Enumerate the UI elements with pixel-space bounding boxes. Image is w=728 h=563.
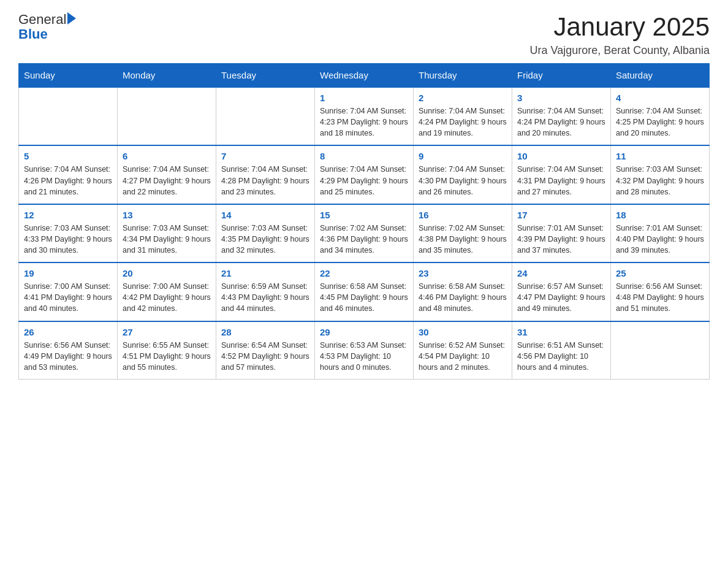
- day-info: Sunrise: 6:56 AM Sunset: 4:48 PM Dayligh…: [616, 281, 704, 314]
- calendar-day-5: 5Sunrise: 7:04 AM Sunset: 4:26 PM Daylig…: [19, 145, 118, 204]
- day-info: Sunrise: 6:51 AM Sunset: 4:56 PM Dayligh…: [517, 340, 605, 373]
- calendar-day-29: 29Sunrise: 6:53 AM Sunset: 4:53 PM Dayli…: [315, 321, 414, 380]
- day-number: 4: [616, 93, 704, 103]
- column-header-thursday: Thursday: [414, 64, 512, 88]
- calendar-day-28: 28Sunrise: 6:54 AM Sunset: 4:52 PM Dayli…: [216, 321, 315, 380]
- calendar-week-2: 5Sunrise: 7:04 AM Sunset: 4:26 PM Daylig…: [19, 145, 710, 204]
- column-header-tuesday: Tuesday: [216, 64, 315, 88]
- day-number: 20: [123, 268, 211, 278]
- day-number: 26: [24, 327, 112, 337]
- day-info: Sunrise: 6:52 AM Sunset: 4:54 PM Dayligh…: [419, 340, 507, 373]
- day-number: 7: [221, 151, 309, 161]
- day-number: 13: [123, 210, 211, 220]
- calendar-empty-cell: [611, 321, 710, 380]
- column-header-saturday: Saturday: [611, 64, 710, 88]
- calendar-day-8: 8Sunrise: 7:04 AM Sunset: 4:29 PM Daylig…: [315, 145, 414, 204]
- day-number: 8: [320, 151, 408, 161]
- day-info: Sunrise: 7:04 AM Sunset: 4:29 PM Dayligh…: [320, 164, 408, 197]
- day-number: 9: [419, 151, 507, 161]
- title-area: January 2025 Ura Vajgurore, Berat County…: [530, 12, 710, 57]
- calendar-day-4: 4Sunrise: 7:04 AM Sunset: 4:25 PM Daylig…: [611, 87, 710, 145]
- calendar-day-25: 25Sunrise: 6:56 AM Sunset: 4:48 PM Dayli…: [611, 262, 710, 321]
- calendar-day-11: 11Sunrise: 7:03 AM Sunset: 4:32 PM Dayli…: [611, 145, 710, 204]
- day-info: Sunrise: 7:04 AM Sunset: 4:27 PM Dayligh…: [123, 164, 211, 197]
- calendar-day-27: 27Sunrise: 6:55 AM Sunset: 4:51 PM Dayli…: [118, 321, 216, 380]
- day-info: Sunrise: 7:00 AM Sunset: 4:42 PM Dayligh…: [123, 281, 211, 314]
- day-number: 24: [517, 268, 605, 278]
- day-number: 31: [517, 327, 605, 337]
- day-info: Sunrise: 6:58 AM Sunset: 4:46 PM Dayligh…: [419, 281, 507, 314]
- day-number: 25: [616, 268, 704, 278]
- calendar-day-15: 15Sunrise: 7:02 AM Sunset: 4:36 PM Dayli…: [315, 204, 414, 262]
- day-info: Sunrise: 6:59 AM Sunset: 4:43 PM Dayligh…: [221, 281, 309, 314]
- calendar-day-3: 3Sunrise: 7:04 AM Sunset: 4:24 PM Daylig…: [512, 87, 611, 145]
- day-number: 28: [221, 327, 309, 337]
- calendar-empty-cell: [118, 87, 216, 145]
- day-number: 22: [320, 268, 408, 278]
- day-number: 3: [517, 93, 605, 103]
- calendar-day-19: 19Sunrise: 7:00 AM Sunset: 4:41 PM Dayli…: [19, 262, 118, 321]
- day-number: 6: [123, 151, 211, 161]
- day-number: 16: [419, 210, 507, 220]
- day-info: Sunrise: 7:03 AM Sunset: 4:35 PM Dayligh…: [221, 223, 309, 256]
- calendar-day-16: 16Sunrise: 7:02 AM Sunset: 4:38 PM Dayli…: [414, 204, 512, 262]
- day-info: Sunrise: 7:04 AM Sunset: 4:30 PM Dayligh…: [419, 164, 507, 197]
- calendar-day-24: 24Sunrise: 6:57 AM Sunset: 4:47 PM Dayli…: [512, 262, 611, 321]
- day-number: 21: [221, 268, 309, 278]
- day-info: Sunrise: 6:53 AM Sunset: 4:53 PM Dayligh…: [320, 340, 408, 373]
- day-info: Sunrise: 7:03 AM Sunset: 4:32 PM Dayligh…: [616, 164, 704, 197]
- day-info: Sunrise: 7:01 AM Sunset: 4:39 PM Dayligh…: [517, 223, 605, 256]
- day-info: Sunrise: 7:01 AM Sunset: 4:40 PM Dayligh…: [616, 223, 704, 256]
- calendar-day-6: 6Sunrise: 7:04 AM Sunset: 4:27 PM Daylig…: [118, 145, 216, 204]
- day-number: 14: [221, 210, 309, 220]
- calendar-week-5: 26Sunrise: 6:56 AM Sunset: 4:49 PM Dayli…: [19, 321, 710, 380]
- column-header-friday: Friday: [512, 64, 611, 88]
- calendar-week-4: 19Sunrise: 7:00 AM Sunset: 4:41 PM Dayli…: [19, 262, 710, 321]
- day-number: 1: [320, 93, 408, 103]
- day-info: Sunrise: 6:57 AM Sunset: 4:47 PM Dayligh…: [517, 281, 605, 314]
- calendar-day-30: 30Sunrise: 6:52 AM Sunset: 4:54 PM Dayli…: [414, 321, 512, 380]
- day-number: 17: [517, 210, 605, 220]
- day-info: Sunrise: 6:56 AM Sunset: 4:49 PM Dayligh…: [24, 340, 112, 373]
- calendar-day-12: 12Sunrise: 7:03 AM Sunset: 4:33 PM Dayli…: [19, 204, 118, 262]
- calendar-day-13: 13Sunrise: 7:03 AM Sunset: 4:34 PM Dayli…: [118, 204, 216, 262]
- calendar-day-14: 14Sunrise: 7:03 AM Sunset: 4:35 PM Dayli…: [216, 204, 315, 262]
- calendar-day-1: 1Sunrise: 7:04 AM Sunset: 4:23 PM Daylig…: [315, 87, 414, 145]
- logo-general-text: General: [18, 12, 66, 27]
- day-info: Sunrise: 7:04 AM Sunset: 4:31 PM Dayligh…: [517, 164, 605, 197]
- day-number: 30: [419, 327, 507, 337]
- day-number: 29: [320, 327, 408, 337]
- day-info: Sunrise: 7:04 AM Sunset: 4:24 PM Dayligh…: [419, 105, 507, 139]
- calendar-day-26: 26Sunrise: 6:56 AM Sunset: 4:49 PM Dayli…: [19, 321, 118, 380]
- day-number: 18: [616, 210, 704, 220]
- calendar-day-10: 10Sunrise: 7:04 AM Sunset: 4:31 PM Dayli…: [512, 145, 611, 204]
- column-header-sunday: Sunday: [19, 64, 118, 88]
- day-info: Sunrise: 6:58 AM Sunset: 4:45 PM Dayligh…: [320, 281, 408, 314]
- logo: General Blue: [18, 12, 76, 42]
- day-info: Sunrise: 6:54 AM Sunset: 4:52 PM Dayligh…: [221, 340, 309, 373]
- day-number: 27: [123, 327, 211, 337]
- page-header: General Blue January 2025 Ura Vajgurore,…: [18, 12, 710, 57]
- calendar-day-18: 18Sunrise: 7:01 AM Sunset: 4:40 PM Dayli…: [611, 204, 710, 262]
- day-number: 2: [419, 93, 507, 103]
- day-number: 15: [320, 210, 408, 220]
- day-info: Sunrise: 7:04 AM Sunset: 4:25 PM Dayligh…: [616, 105, 704, 139]
- location-subtitle: Ura Vajgurore, Berat County, Albania: [530, 44, 710, 57]
- calendar-day-17: 17Sunrise: 7:01 AM Sunset: 4:39 PM Dayli…: [512, 204, 611, 262]
- month-title: January 2025: [530, 12, 710, 42]
- day-number: 5: [24, 151, 112, 161]
- calendar-week-3: 12Sunrise: 7:03 AM Sunset: 4:33 PM Dayli…: [19, 204, 710, 262]
- calendar-day-31: 31Sunrise: 6:51 AM Sunset: 4:56 PM Dayli…: [512, 321, 611, 380]
- day-number: 19: [24, 268, 112, 278]
- calendar-week-1: 1Sunrise: 7:04 AM Sunset: 4:23 PM Daylig…: [19, 87, 710, 145]
- calendar-day-20: 20Sunrise: 7:00 AM Sunset: 4:42 PM Dayli…: [118, 262, 216, 321]
- column-header-wednesday: Wednesday: [315, 64, 414, 88]
- calendar-day-22: 22Sunrise: 6:58 AM Sunset: 4:45 PM Dayli…: [315, 262, 414, 321]
- logo-blue-text: Blue: [18, 27, 76, 42]
- day-info: Sunrise: 6:55 AM Sunset: 4:51 PM Dayligh…: [123, 340, 211, 373]
- calendar-day-9: 9Sunrise: 7:04 AM Sunset: 4:30 PM Daylig…: [414, 145, 512, 204]
- calendar-empty-cell: [19, 87, 118, 145]
- day-info: Sunrise: 7:04 AM Sunset: 4:23 PM Dayligh…: [320, 105, 408, 139]
- day-number: 12: [24, 210, 112, 220]
- day-info: Sunrise: 7:00 AM Sunset: 4:41 PM Dayligh…: [24, 281, 112, 314]
